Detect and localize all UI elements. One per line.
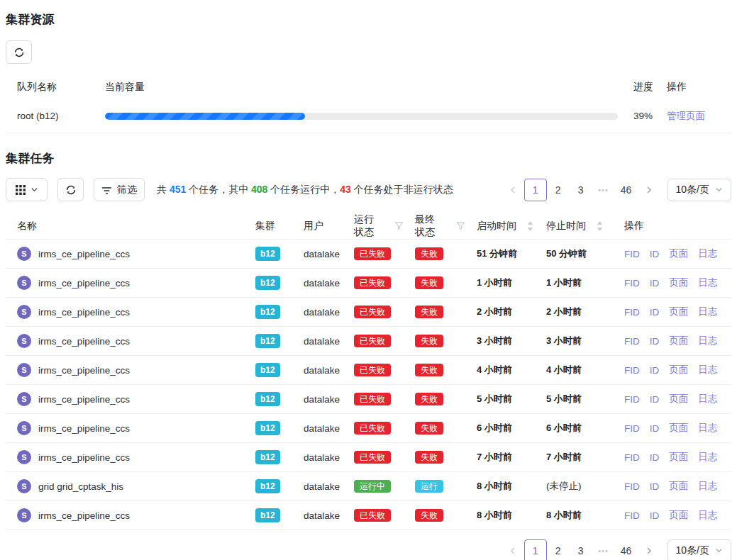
fid-link[interactable]: FID [624,278,640,289]
log-link[interactable]: 日志 [698,509,717,522]
fid-link[interactable]: FID [624,481,640,492]
id-link[interactable]: ID [650,307,660,318]
start-time: 8 小时前 [477,480,512,493]
page-ellipsis[interactable]: ••• [592,539,615,560]
stop-time: 3 小时前 [546,335,582,347]
run-status-badge: 已失败 [354,451,391,464]
id-link[interactable]: ID [650,278,660,289]
page-button-1[interactable]: 1 [524,539,547,560]
stop-time: 2 小时前 [546,306,582,318]
log-link[interactable]: 日志 [698,247,717,260]
page-link[interactable]: 页面 [669,451,688,464]
page-link[interactable]: 页面 [669,306,688,318]
manage-page-link[interactable]: 管理页面 [667,111,705,121]
fid-link[interactable]: FID [624,336,640,347]
id-link[interactable]: ID [650,336,660,347]
col-actions: 操作 [667,81,731,94]
page-button-last[interactable]: 46 [615,179,638,201]
filter-button[interactable]: 筛选 [94,178,145,201]
id-link[interactable]: ID [650,481,660,492]
log-link[interactable]: 日志 [698,276,717,289]
user-name: datalake [292,278,343,289]
view-columns-dropdown-button[interactable] [6,178,48,201]
cluster-dashboard-page: 集群资源 队列名称 当前容量 进度 操作 root (b12) 39% [0,0,737,560]
final-status-badge: 失败 [415,451,443,464]
log-link[interactable]: 日志 [698,451,717,464]
fid-link[interactable]: FID [624,394,640,405]
stop-time: 1 小时前 [546,276,582,289]
spark-avatar-icon: S [17,247,31,261]
prev-page-button[interactable] [502,179,524,201]
spark-avatar-icon: S [17,363,31,377]
page-button-3[interactable]: 3 [570,179,592,201]
log-link[interactable]: 日志 [698,335,717,347]
prev-page-button[interactable] [502,539,524,560]
tasks-table: 名称 集群 用户 运行状态 最终状态 启动时间 [6,213,731,530]
page-link[interactable]: 页面 [669,276,688,289]
id-link[interactable]: ID [650,510,660,521]
user-name: datalake [292,249,343,259]
next-page-button[interactable] [638,539,660,560]
stop-time: 8 小时前 [546,509,582,522]
page-ellipsis[interactable]: ••• [592,179,615,201]
id-link[interactable]: ID [650,365,660,376]
col-user: 用户 [292,220,343,233]
table-row: Sirms_ce_pipeline_ccs b12 datalake 已失败 失… [6,327,731,356]
run-status-badge: 已失败 [354,393,391,405]
fid-link[interactable]: FID [624,510,640,521]
pagination-top: 1 2 3 ••• 46 10条/页 [502,179,731,201]
fid-link[interactable]: FID [624,249,640,259]
page-link[interactable]: 页面 [669,364,688,376]
page-link[interactable]: 页面 [669,422,688,435]
page-link[interactable]: 页面 [669,335,688,347]
spark-avatar-icon: S [17,421,31,435]
task-name: irms_ce_pipeline_ccs [38,249,130,259]
log-link[interactable]: 日志 [698,306,717,318]
page-link[interactable]: 页面 [669,393,688,405]
page-button-3[interactable]: 3 [570,539,592,560]
col-final-status: 最终状态 [415,213,444,239]
id-link[interactable]: ID [650,249,660,259]
page-button-last[interactable]: 46 [615,539,638,560]
tasks-table-header: 名称 集群 用户 运行状态 最终状态 启动时间 [6,213,731,240]
page-button-2[interactable]: 2 [547,539,570,560]
page-size-select[interactable]: 10条/页 [667,539,731,560]
id-link[interactable]: ID [650,394,660,405]
start-time: 2 小时前 [477,306,512,318]
start-time: 6 小时前 [477,422,512,435]
final-status-filter-funnel-icon[interactable] [456,221,465,230]
start-time: 3 小时前 [477,335,512,347]
page-link[interactable]: 页面 [669,509,688,522]
id-link[interactable]: ID [650,423,660,434]
page-link[interactable]: 页面 [669,480,688,493]
stop-time-sort-icon[interactable] [597,221,603,231]
page-size-select[interactable]: 10条/页 [667,179,731,201]
run-status-filter-funnel-icon[interactable] [394,221,404,230]
log-link[interactable]: 日志 [698,393,717,405]
cluster-badge: b12 [255,421,280,435]
log-link[interactable]: 日志 [698,422,717,435]
fid-link[interactable]: FID [624,452,640,463]
page-link[interactable]: 页面 [669,247,688,260]
cluster-badge: b12 [255,508,280,522]
page-button-1[interactable]: 1 [524,179,547,201]
log-link[interactable]: 日志 [698,480,717,493]
final-status-badge: 失败 [415,306,443,318]
chevron-down-icon [31,186,38,194]
user-name: datalake [292,336,343,347]
resource-row: root (b12) 39% 管理页面 [6,99,731,133]
fid-link[interactable]: FID [624,365,640,376]
tasks-refresh-button[interactable] [57,178,84,201]
id-link[interactable]: ID [650,452,660,463]
resources-refresh-button[interactable] [6,40,32,64]
start-time-sort-icon[interactable] [527,221,533,231]
fid-link[interactable]: FID [624,423,640,434]
col-current-capacity: 当前容量 [105,81,618,94]
page-button-2[interactable]: 2 [547,179,570,201]
resources-table: 队列名称 当前容量 进度 操作 root (b12) 39% 管理页面 [6,75,731,133]
log-link[interactable]: 日志 [698,364,717,376]
next-page-button[interactable] [638,179,660,201]
final-status-badge: 失败 [415,247,443,260]
fid-link[interactable]: FID [624,307,640,318]
spark-avatar-icon: S [17,334,31,348]
